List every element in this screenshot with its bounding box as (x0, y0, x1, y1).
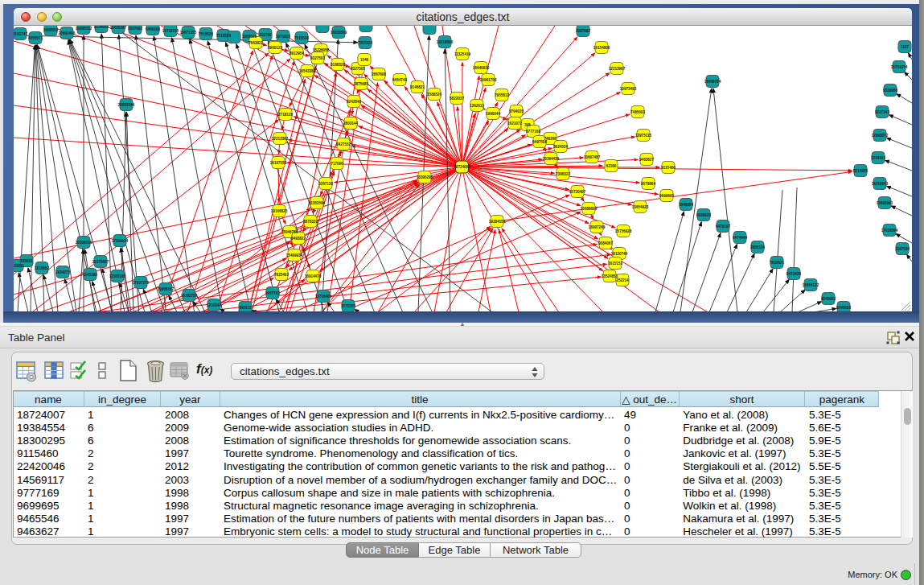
svg-text:5822037: 5822037 (450, 96, 464, 100)
svg-text:16914479: 16914479 (305, 274, 322, 278)
svg-text:16033809: 16033809 (331, 30, 347, 34)
svg-text:15751074: 15751074 (891, 64, 908, 68)
svg-text:1071915: 1071915 (276, 34, 290, 38)
svg-text:20691406: 20691406 (59, 31, 76, 35)
svg-text:20206516: 20206516 (76, 240, 92, 244)
svg-text:3875685: 3875685 (354, 81, 368, 85)
svg-text:7632621: 7632621 (770, 260, 784, 264)
svg-text:9457791: 9457791 (265, 290, 280, 295)
svg-text:19166825: 19166825 (271, 208, 288, 212)
svg-text:8226055: 8226055 (94, 26, 109, 29)
svg-text:15226058: 15226058 (313, 47, 330, 51)
svg-text:2718120: 2718120 (278, 112, 293, 116)
svg-text:2935114: 2935114 (750, 245, 765, 249)
svg-text:9777169: 9777169 (526, 129, 540, 133)
svg-text:1145193: 1145193 (83, 272, 97, 276)
svg-text:1215682: 1215682 (35, 266, 49, 270)
svg-text:18724007: 18724007 (454, 165, 470, 169)
svg-text:1572355: 1572355 (341, 303, 355, 307)
svg-text:16648784: 16648784 (704, 79, 721, 83)
svg-text:7386322: 7386322 (556, 171, 570, 175)
svg-text:1244415: 1244415 (871, 155, 885, 159)
svg-text:9115460: 9115460 (661, 165, 676, 169)
svg-text:8938923: 8938923 (696, 212, 711, 216)
svg-text:12093872: 12093872 (872, 133, 889, 137)
svg-text:8471626: 8471626 (786, 271, 801, 275)
svg-text:17359924: 17359924 (112, 238, 129, 242)
svg-text:10671355: 10671355 (180, 30, 197, 34)
svg-text:7515526: 7515526 (216, 33, 231, 37)
svg-text:6497508: 6497508 (532, 139, 547, 143)
svg-text:1362615: 1362615 (470, 103, 484, 107)
svg-text:1621072: 1621072 (507, 121, 522, 125)
svg-text:10719155: 10719155 (162, 28, 179, 32)
svg-text:7515526: 7515526 (294, 35, 309, 39)
svg-text:16005532: 16005532 (76, 26, 92, 30)
svg-text:9245033: 9245033 (836, 305, 851, 309)
svg-text:16640910: 16640910 (473, 65, 490, 69)
svg-text:9146821: 9146821 (410, 84, 425, 89)
svg-text:1232344: 1232344 (207, 303, 221, 307)
svg-text:1527602: 1527602 (128, 26, 142, 30)
svg-text:9463627: 9463627 (639, 157, 654, 161)
svg-text:1990044: 1990044 (486, 111, 500, 115)
svg-text:7485003: 7485003 (630, 109, 645, 113)
svg-text:16154808: 16154808 (593, 45, 610, 49)
svg-text:20364436: 20364436 (543, 156, 560, 160)
svg-text:8101747: 8101747 (14, 31, 27, 35)
svg-text:10688609: 10688609 (581, 206, 598, 210)
svg-text:1640954: 1640954 (679, 202, 693, 206)
svg-text:9327503: 9327503 (310, 56, 325, 60)
svg-text:3624534: 3624534 (553, 144, 568, 148)
svg-text:6479197: 6479197 (716, 224, 730, 228)
svg-text:1546: 1546 (360, 57, 369, 61)
svg-text:8427552: 8427552 (336, 142, 351, 146)
svg-text:7625402: 7625402 (274, 272, 289, 276)
svg-text:1117: 1117 (901, 44, 909, 48)
svg-text:7357224: 7357224 (358, 40, 372, 44)
svg-text:335031: 335031 (20, 258, 33, 262)
svg-text:4055571: 4055571 (28, 35, 43, 39)
svg-text:3267130: 3267130 (318, 181, 333, 185)
svg-text:152760: 152760 (259, 32, 272, 36)
svg-text:9329966: 9329966 (883, 88, 897, 92)
svg-text:1600553: 1600553 (43, 27, 58, 31)
svg-text:15692991: 15692991 (877, 200, 893, 204)
svg-text:1167534: 1167534 (895, 246, 910, 250)
svg-text:252214: 252214 (616, 278, 629, 282)
svg-text:9699695: 9699695 (659, 193, 674, 197)
svg-text:9327505: 9327505 (351, 66, 365, 70)
svg-text:8960125: 8960125 (268, 45, 282, 49)
svg-text:16120746: 16120746 (611, 251, 628, 255)
svg-text:12213363: 12213363 (272, 136, 289, 140)
svg-text:20053346: 20053346 (118, 102, 135, 106)
svg-text:12505195: 12505195 (109, 274, 126, 278)
svg-text:9227343: 9227343 (875, 109, 889, 113)
svg-text:7955812: 7955812 (495, 93, 509, 97)
svg-text:1588520: 1588520 (427, 92, 441, 96)
svg-text:15409934: 15409934 (286, 253, 303, 257)
svg-text:62160: 62160 (606, 163, 617, 167)
svg-text:9474444: 9474444 (733, 235, 747, 239)
svg-text:9579864: 9579864 (641, 181, 655, 185)
svg-text:12975115: 12975115 (635, 133, 652, 137)
svg-text:345: 345 (524, 122, 531, 126)
svg-text:15756928: 15756928 (615, 229, 632, 233)
svg-text:10958167: 10958167 (158, 286, 175, 290)
svg-text:7515526: 7515526 (199, 31, 213, 35)
svg-text:15720407: 15720407 (569, 189, 586, 193)
svg-text:1065526: 1065526 (242, 34, 257, 38)
svg-text:8215955: 8215955 (853, 168, 868, 172)
svg-text:8454749: 8454749 (392, 77, 407, 81)
svg-text:13654923: 13654923 (632, 204, 649, 208)
svg-text:1933931: 1933931 (14, 263, 24, 267)
svg-text:16543382: 16543382 (299, 68, 316, 72)
svg-text:16210643: 16210643 (872, 181, 889, 185)
svg-text:15046766: 15046766 (281, 229, 298, 233)
svg-text:16782759: 16782759 (181, 293, 198, 297)
svg-text:717006: 717006 (331, 161, 343, 165)
svg-text:8878332: 8878332 (303, 219, 318, 223)
svg-text:2087682: 2087682 (576, 28, 590, 32)
svg-text:9242848: 9242848 (347, 99, 361, 103)
svg-text:17016504: 17016504 (881, 228, 898, 232)
